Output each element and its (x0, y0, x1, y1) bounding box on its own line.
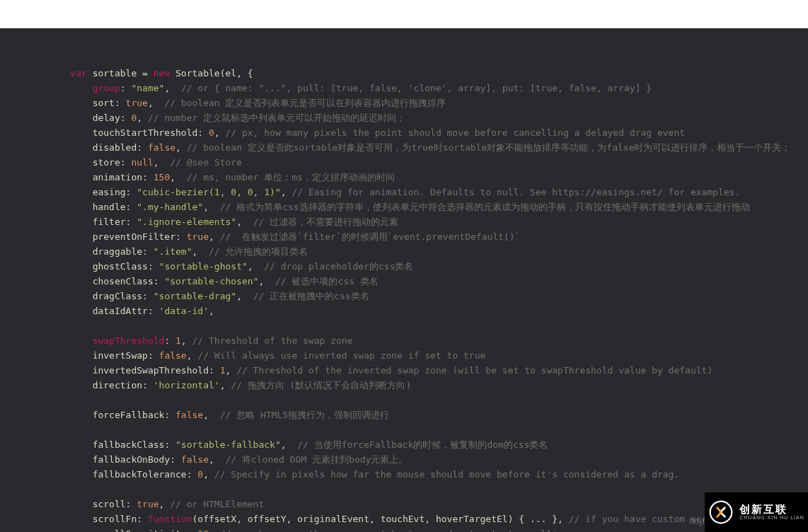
boolean-literal: true (126, 98, 148, 108)
prop-name: direction (93, 380, 142, 391)
code-line: forceFallback: false, // 忽略 HTML5拖拽行为，强制… (48, 407, 808, 422)
brand-name: 创新互联 (739, 504, 804, 516)
code-line: var sortable = new Sortable(el, { (48, 66, 808, 81)
code-line: dragClass: "sortable-drag", // 正在被拖拽中的cs… (48, 289, 808, 303)
code-line (48, 422, 808, 437)
null-literal: null (131, 157, 153, 168)
comment: // ms, number 单位：ms，定义排序动画的时间 (187, 172, 395, 183)
boolean-literal: true (137, 499, 158, 509)
prop-name: fallbackOnBody (93, 454, 171, 465)
ident-sortable: sortable (93, 68, 137, 79)
brand-sub: CHUANG XIN HU LIAN (739, 515, 804, 521)
code-line: animation: 150, // ms, number 单位：ms，定义排序… (48, 170, 808, 185)
comment: // 在触发过滤器`filter`的时候调用`event.preventDefa… (220, 231, 521, 242)
comment: // @see Store (170, 157, 242, 168)
prop-name: animation (93, 172, 142, 183)
comment: // 拖拽方向 (默认情况下会自动判断方向) (231, 380, 411, 391)
code-line: disabled: false, // boolean 定义是否此sortabl… (48, 140, 808, 155)
comment: // 当使用forceFallback的时候，被复制的dom的css类名 (297, 439, 548, 450)
code-line: store: null, // @see Store (48, 155, 808, 170)
string-literal: ".item" (154, 246, 192, 257)
code-line: filter: ".ignore-elements", // 过滤器，不需要进行… (48, 214, 808, 229)
comment: // 忽略 HTML5拖拽行为，强制回调进行 (220, 410, 389, 420)
code-line: swapThreshold: 1, // Threshold of the sw… (48, 333, 808, 348)
window-top-blank (0, 0, 808, 28)
comment: // Specify in pixels how far the mouse s… (214, 469, 679, 480)
comment: // Will always use inverted swap zone if… (197, 350, 485, 361)
keyword-var: var (70, 68, 86, 79)
prop-name: handle (93, 202, 126, 212)
prop-name: dataIdAttr (93, 306, 148, 316)
number-literal: 1 (175, 335, 181, 346)
comment: // px, how many pixels the point should … (225, 127, 685, 138)
comment: // drop placeholder的css类名 (264, 261, 413, 272)
comment: // px, how near the mouse must be to an … (220, 528, 575, 532)
comment: // 被选中项的css 类名 (275, 276, 379, 287)
comment: // or HTMLElement (170, 499, 264, 509)
number-literal: 150 (154, 172, 170, 183)
code-line: handle: ".my-handle", // 格式为简单css选择器的字符串… (48, 200, 808, 214)
string-literal: "sortable-fallback" (175, 439, 281, 450)
comment: // boolean 定义是否列表单元是否可以在列表容器内进行拖拽排序 (164, 98, 446, 108)
comment: // 正在被拖拽中的css类名 (253, 291, 369, 301)
boolean-literal: false (181, 454, 209, 465)
code-line: sort: true, // boolean 定义是否列表单元是否可以在列表容器… (48, 96, 808, 110)
prop-name: dragClass (93, 291, 142, 301)
code-line: scrollSensitivity: 30, // px, how near t… (48, 526, 808, 532)
string-literal: "sortable-drag" (154, 291, 236, 301)
code-line: invertSwap: false, // Will always use in… (48, 348, 808, 363)
comment: // Easing for animation. Defaults to nul… (292, 187, 740, 197)
keyword-new: new (154, 68, 170, 79)
code-line (48, 318, 808, 333)
comment: // boolean 定义是否此sortable对象是否可用，为true时sor… (187, 142, 791, 153)
number-literal: 0 (209, 127, 214, 138)
number-literal: 30 (197, 528, 209, 532)
code-line (48, 393, 808, 407)
prop-name: draggable (93, 246, 142, 257)
code-line: draggable: ".item", // 允许拖拽的项目类名 (48, 244, 808, 259)
boolean-literal: false (175, 410, 203, 420)
comment: // Threshold of the swap zone (192, 335, 353, 346)
comment: // Threshold of the inverted swap zone (… (236, 365, 712, 376)
code-line: preventOnFilter: true, // 在触发过滤器`filter`… (48, 229, 808, 244)
string-literal: 'horizontal' (154, 380, 220, 391)
keyword-function: function (148, 514, 192, 524)
prop-name: swapThreshold (93, 335, 165, 346)
prop-name: forceFallback (93, 410, 165, 420)
string-literal: "sortable-chosen" (164, 276, 258, 287)
string-literal: ".ignore-elements" (137, 216, 236, 227)
code-line: scroll: true, // or HTMLElement (48, 497, 808, 511)
code-line: delay: 0, // number 定义鼠标选中列表单元可以开始拖动的延迟时… (48, 110, 808, 125)
code-line (48, 482, 808, 497)
prop-name: touchStartThreshold (93, 127, 198, 138)
comment: // or { name: "...", pull: [true, false,… (181, 83, 652, 93)
prop-name: disabled (93, 142, 137, 153)
prop-name: scrollSensitivity (93, 528, 187, 532)
brand-badge: 创新互联 CHUANG XIN HU LIAN (705, 492, 808, 532)
comment: // 格式为简单css选择器的字符串，使列表单元中符合选择器的元素成为拖动的手柄… (220, 202, 750, 212)
code-line: ghostClass: "sortable-ghost", // drop pl… (48, 259, 808, 274)
prop-name: easing (93, 187, 126, 197)
string-literal: "name" (131, 83, 164, 93)
number-literal: 0 (197, 469, 203, 480)
prop-name: sort (93, 98, 115, 108)
brand-icon (708, 499, 734, 525)
comment: // 将cloned DOM 元素挂到body元素上。 (225, 454, 408, 465)
code-block: var sortable = new Sortable(el, { group:… (0, 28, 808, 532)
string-literal: "sortable-ghost" (159, 261, 248, 272)
string-literal: 'data-id' (159, 306, 209, 316)
comment: // 允许拖拽的项目类名 (209, 246, 308, 257)
string-literal: ".my-handle" (137, 202, 203, 212)
prop-name: scroll (93, 499, 126, 509)
prop-name: delay (93, 112, 120, 123)
prop-name: chosenClass (93, 276, 154, 287)
boolean-literal: false (159, 350, 187, 361)
code-line: fallbackClass: "sortable-fallback", // 当… (48, 437, 808, 452)
prop-name: ghostClass (93, 261, 148, 272)
code-line: dataIdAttr: 'data-id', (48, 303, 808, 318)
code-line: invertedSwapThreshold: 1, // Threshold o… (48, 363, 808, 378)
code-line: easing: "cubic-bezier(1, 0, 0, 1)", // E… (48, 185, 808, 200)
prop-name: scrollFn (93, 514, 137, 524)
code-line: touchStartThreshold: 0, // px, how many … (48, 125, 808, 140)
prop-name: fallbackClass (93, 439, 165, 450)
